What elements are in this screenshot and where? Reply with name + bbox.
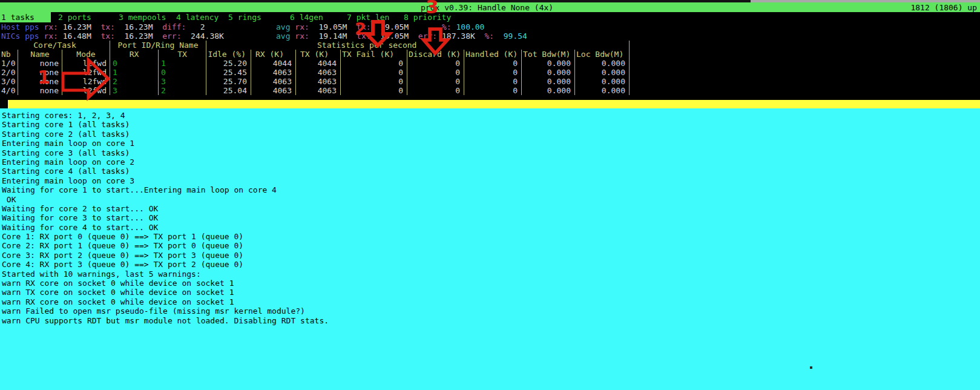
table-cell: 0.000 xyxy=(575,86,630,95)
table-cell: 0.000 xyxy=(522,68,575,77)
stat-segment: 19.05M xyxy=(375,22,409,31)
cursor-block xyxy=(0,100,8,108)
console-line: Core 1: RX port 0 (queue 0) ==> TX port … xyxy=(0,232,980,241)
stat-segment: Host pps xyxy=(1,22,44,31)
table-row: 2/0nonel2fwd1025.45406340630000.0000.000 xyxy=(0,68,630,77)
console-line: Entering main loop on core 3 xyxy=(0,176,980,185)
tab-rings[interactable]: 5 rings xyxy=(227,12,261,22)
console-line: Entering main loop on core 1 xyxy=(0,139,980,148)
table-cell: Tot Bdw(M) xyxy=(522,50,575,59)
stat-segment: rx: xyxy=(44,22,62,31)
table-cell: 0 xyxy=(341,59,407,68)
table-cell: 3/0 xyxy=(0,77,18,86)
table-cell: 1 xyxy=(159,59,206,68)
table-cell: 0 xyxy=(407,59,464,68)
separator-bar xyxy=(0,100,980,108)
console-line: warn TX core on socket 0 while device on… xyxy=(0,288,980,297)
tab-l4gen[interactable]: 6 l4gen xyxy=(289,12,323,22)
stat-segment xyxy=(475,31,485,41)
table-cell: Statistics per second xyxy=(206,41,630,50)
stat-segment xyxy=(347,22,357,31)
console-line: Core 3: RX port 2 (queue 0) ==> TX port … xyxy=(0,251,980,260)
table-cell: 0 xyxy=(159,68,206,77)
console-line: Entering main loop on core 2 xyxy=(0,157,980,167)
table-cell: 4063 xyxy=(296,86,341,95)
table-row: 1/0nonel2fwd0125.20404440440000.0000.000 xyxy=(0,59,630,68)
table-cell: 0.000 xyxy=(522,86,575,95)
table-cell: 0 xyxy=(341,77,407,86)
console-line: Waiting for core 3 to start... OK xyxy=(0,213,980,222)
table-cell: 2 xyxy=(159,86,206,95)
table-cell: 25.70 xyxy=(206,77,251,86)
table-cell: none xyxy=(18,68,62,77)
console-line: Waiting for core 1 to start...Entering m… xyxy=(0,185,980,194)
tab-ports[interactable]: 2 ports xyxy=(57,12,91,22)
console-line: Starting core 2 (all tasks) xyxy=(0,130,980,139)
table-cell: 1/0 xyxy=(0,59,18,68)
table-cell: Discard (K) xyxy=(407,50,464,59)
table-cell: 3 xyxy=(159,77,206,86)
console-line: OK xyxy=(0,195,980,204)
tab-latency[interactable]: 4 latency xyxy=(175,12,219,22)
stat-segment: 244.38K xyxy=(186,31,224,41)
table-cell: 4/0 xyxy=(0,86,18,95)
stat-segment xyxy=(409,22,442,31)
table-group-header-row: Core/TaskPort ID/Ring NameStatistics per… xyxy=(0,41,630,50)
stat-segment: 19.05M xyxy=(314,22,347,31)
table-cell: Loc Bdw(M) xyxy=(575,50,630,59)
stat-segment: 19.05M xyxy=(375,31,409,41)
table-cell: 4063 xyxy=(251,86,296,95)
stat-segment: 16.23M xyxy=(63,22,91,31)
tab-pkt-len[interactable]: 7 pkt_len xyxy=(346,12,389,22)
table-cell: Port ID/Ring Name xyxy=(110,41,206,50)
table-cell: 2/0 xyxy=(0,68,18,77)
stat-segment xyxy=(205,22,276,31)
console-line: Waiting for core 4 to start... OK xyxy=(0,223,980,232)
prox-terminal-window: prox v0.39: Handle None (4x) 1812 (1806)… xyxy=(0,0,980,390)
table-cell: 4044 xyxy=(251,59,296,68)
stat-segment: 99.54 xyxy=(499,31,527,41)
stat-segment xyxy=(409,31,418,41)
uptime-status: 1812 (1806) up xyxy=(910,3,977,12)
table-cell: 0 xyxy=(407,77,464,86)
table-cell: l2fwd xyxy=(62,86,110,95)
table-cell: Mode xyxy=(62,50,110,59)
tab-tasks[interactable]: 1 tasks xyxy=(0,12,51,22)
table-row: 4/0nonel2fwd3225.04406340630000.0000.000 xyxy=(0,86,630,95)
console-line: Starting core 4 (all tasks) xyxy=(0,167,980,176)
table-row: 3/0nonel2fwd2325.70406340630000.0000.000 xyxy=(0,77,630,86)
tab-priority[interactable]: 8 priority xyxy=(403,12,451,22)
table-cell: Handled (K) xyxy=(464,50,522,59)
table-cell: 0.000 xyxy=(522,77,575,86)
console-line: Core 4: RX port 3 (queue 0) ==> TX port … xyxy=(0,260,980,269)
table-cell: 4063 xyxy=(251,68,296,77)
console-line: warn RX core on socket 0 while device on… xyxy=(0,297,980,306)
stat-segment: %: xyxy=(442,22,456,31)
table-cell: 0 xyxy=(341,68,407,77)
table-cell: 0 xyxy=(407,86,464,95)
console-line: Starting core 1 (all tasks) xyxy=(0,120,980,129)
stat-segment: avg xyxy=(276,22,295,31)
table-cell: 0 xyxy=(464,77,522,86)
table-cell: RX xyxy=(110,50,159,59)
stray-pixel-dot xyxy=(810,366,812,369)
tab-mempools[interactable]: 3 mempools xyxy=(117,12,166,22)
stat-segment: NICs pps xyxy=(1,31,44,41)
table-cell: 0 xyxy=(464,86,522,95)
title-bar: prox v0.39: Handle None (4x) 1812 (1806)… xyxy=(0,2,980,12)
stat-segment: 100.00 xyxy=(456,22,484,31)
table-cell: 1 xyxy=(110,68,159,77)
table-cell: 4063 xyxy=(296,77,341,86)
console-log[interactable]: Starting cores: 1, 2, 3, 4Starting core … xyxy=(0,108,980,390)
console-line: Waiting for core 2 to start... OK xyxy=(0,204,980,213)
table-cell: 0.000 xyxy=(575,68,630,77)
stat-segment: 16.23M xyxy=(120,31,153,41)
stat-segment: diff: xyxy=(162,22,191,31)
table-cell: 0 xyxy=(341,86,407,95)
stat-segment xyxy=(91,22,101,31)
table-cell: 3 xyxy=(110,86,159,95)
stat-segment xyxy=(153,31,163,41)
table-cell: Core/Task xyxy=(0,41,110,50)
stat-segment: 16.23M xyxy=(120,22,153,31)
table-cell: 25.04 xyxy=(206,86,251,95)
